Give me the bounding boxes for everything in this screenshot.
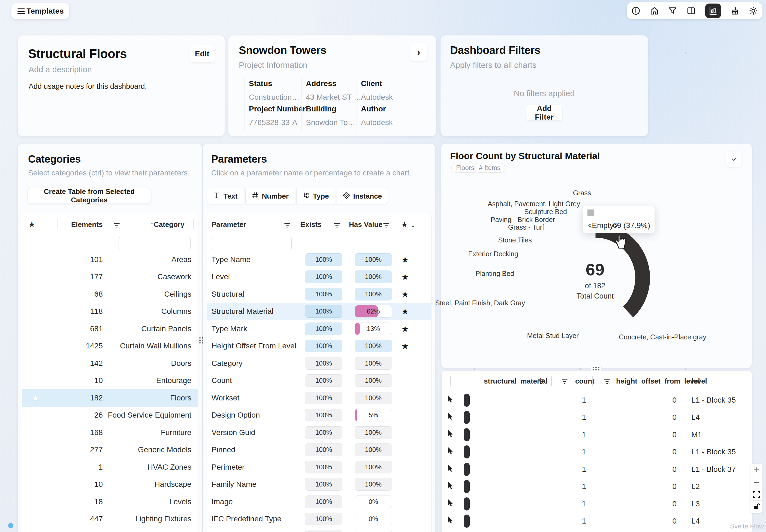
type-button-number[interactable]: Number [245, 188, 295, 204]
parameter-name[interactable]: Level [211, 272, 230, 281]
category-name[interactable]: Curtain Panels [141, 324, 191, 333]
has-value-pill[interactable]: 5% [354, 409, 392, 421]
parameter-row[interactable]: Family Name 100% 100% [207, 476, 431, 494]
zoom-out-button[interactable]: − [750, 476, 762, 488]
type-button-text[interactable]: Text [207, 188, 244, 204]
parameter-row[interactable]: Workset 100% 100% [207, 389, 431, 407]
parameter-name[interactable]: Workset [211, 394, 239, 402]
svelte-flow-attribution[interactable]: Svelte Flow [730, 522, 764, 530]
unlock-icon[interactable] [750, 501, 762, 513]
star-column-header[interactable]: ★ [29, 220, 35, 229]
category-row[interactable]: 681 Curtain Panels [22, 320, 198, 338]
col-level[interactable]: level [691, 377, 707, 385]
category-name[interactable]: Doors [171, 359, 191, 368]
exists-pill[interactable]: 100% [305, 323, 342, 335]
exists-column-header[interactable]: Exists [301, 220, 322, 229]
has-value-pill[interactable]: 100% [354, 461, 392, 473]
filter-icon[interactable] [113, 221, 120, 230]
result-row[interactable]: 1 0 L4 [442, 513, 752, 530]
col-height-offset[interactable]: height_offset_from_level [616, 377, 700, 385]
category-name[interactable]: Casework [157, 272, 191, 281]
category-row[interactable]: 1425 Curtain Wall Mullions [22, 338, 198, 355]
exists-pill[interactable]: 100% [305, 305, 342, 318]
category-filter-input[interactable] [119, 237, 190, 250]
category-row[interactable]: 101 Areas [22, 251, 198, 269]
exists-pill[interactable]: 100% [305, 478, 342, 491]
category-name[interactable]: Generic Models [138, 445, 191, 454]
has-value-pill[interactable]: 100% [354, 374, 392, 387]
parameter-name[interactable]: Perimeter [211, 463, 244, 472]
exists-pill[interactable]: 100% [305, 253, 342, 266]
edit-button[interactable]: Edit [189, 45, 215, 62]
category-row[interactable]: 68 Ceilings [22, 285, 198, 303]
parameter-name[interactable]: Image [211, 497, 233, 506]
star-icon[interactable]: ★ [402, 289, 409, 299]
fit-view-button[interactable] [750, 488, 762, 501]
category-row[interactable]: 118 Columns [22, 303, 198, 321]
parameter-name[interactable]: Height Offset From Level [211, 342, 296, 350]
exists-pill[interactable]: 100% [305, 530, 342, 532]
result-row[interactable]: 1 0 L1 - Block 37 [442, 461, 752, 478]
filter-icon[interactable] [561, 378, 568, 387]
parameter-name[interactable]: Family Name [211, 480, 256, 489]
filter-icon[interactable] [284, 221, 291, 230]
templates-button[interactable]: Templates [25, 7, 65, 16]
filter-icon[interactable] [538, 378, 545, 387]
parameter-row[interactable]: Version Guid 100% 100% [207, 424, 431, 442]
filter-icon[interactable] [668, 6, 677, 15]
parameter-filter-input[interactable] [212, 237, 292, 250]
has-value-column-header[interactable]: Has Value [349, 220, 382, 229]
add-filter-button[interactable]: Add Filter [526, 105, 562, 120]
row-color-swatch[interactable] [464, 411, 470, 424]
parameter-row[interactable]: Type Name 100% 100% ★ [207, 251, 431, 269]
star-icon[interactable]: ★ [402, 307, 409, 316]
category-row[interactable]: 1 HVAC Zones [22, 458, 198, 476]
category-row[interactable]: 26 Food Service Equipment [22, 407, 198, 424]
sort-desc-icon[interactable]: ↓ [411, 220, 415, 229]
type-button-instance[interactable]: Instance [337, 188, 389, 204]
result-row[interactable]: 1 0 L3 [442, 495, 752, 513]
row-color-swatch[interactable] [464, 497, 470, 510]
category-row[interactable]: 447 Lighting Fixtures [22, 510, 198, 528]
category-name[interactable]: Areas [171, 255, 191, 264]
bar-chart-icon[interactable] [705, 4, 721, 18]
category-name[interactable]: Floors [170, 394, 191, 402]
parameter-row[interactable]: IFC Predefined Type 100% 0% [207, 510, 431, 528]
home-icon[interactable] [650, 6, 659, 15]
parameter-row[interactable]: Perimeter 100% 100% [207, 458, 431, 476]
category-name[interactable]: Levels [169, 497, 191, 506]
elements-column-header[interactable]: Elements [71, 220, 103, 229]
split-columns-icon[interactable] [687, 6, 696, 15]
star-icon[interactable]: ★ [402, 341, 409, 351]
parameter-row[interactable]: Level 100% 100% ★ [207, 268, 431, 286]
exists-pill[interactable]: 100% [305, 374, 342, 387]
parameter-row[interactable]: Export to IFC As 100% 0% [207, 528, 431, 532]
has-value-pill[interactable]: 100% [354, 443, 392, 456]
parameter-row[interactable]: Design Option 100% 5% [207, 407, 431, 424]
has-value-pill[interactable]: 13% [354, 323, 392, 335]
parameter-name[interactable]: Pinned [211, 445, 235, 454]
parameter-name[interactable]: Structural Material [211, 307, 273, 316]
filter-icon[interactable] [333, 221, 340, 230]
category-name[interactable]: Entourage [156, 376, 191, 385]
has-value-pill[interactable]: 100% [354, 426, 392, 439]
star-icon[interactable]: ★ [402, 324, 409, 333]
exists-pill[interactable]: 100% [305, 513, 342, 525]
result-row[interactable]: 1 0 [442, 530, 752, 532]
row-color-swatch[interactable] [464, 428, 470, 441]
select-cursor-icon[interactable] [448, 499, 454, 509]
exists-pill[interactable]: 100% [305, 461, 342, 473]
usage-note[interactable]: Add usage notes for this dashboard. [29, 82, 147, 91]
category-row[interactable]: 20 Parking [22, 528, 198, 532]
category-name[interactable]: Food Service Equipment [108, 411, 191, 419]
info-icon[interactable] [631, 6, 640, 15]
hamburger-icon[interactable] [17, 8, 25, 14]
sun-icon[interactable] [749, 6, 758, 15]
row-color-swatch[interactable] [464, 480, 470, 493]
parameter-name[interactable]: Type Mark [211, 324, 247, 333]
parameter-row[interactable]: Structural 100% 100% ★ [207, 285, 431, 303]
row-color-swatch[interactable] [464, 515, 470, 528]
parameter-name[interactable]: IFC Predefined Type [211, 515, 281, 523]
row-color-swatch[interactable] [464, 394, 470, 407]
parameter-name[interactable]: Structural [211, 290, 244, 299]
